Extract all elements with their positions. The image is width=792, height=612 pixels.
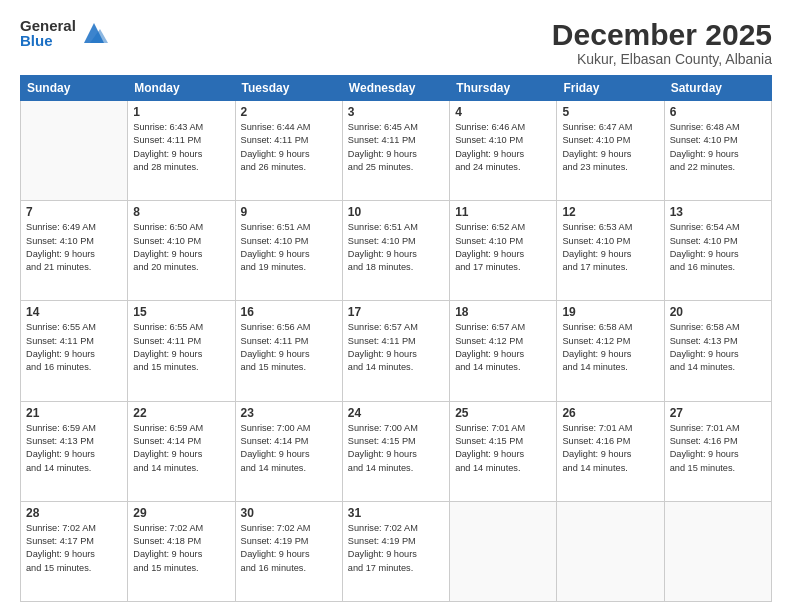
day-number: 5 xyxy=(562,105,658,119)
logo-blue: Blue xyxy=(20,33,76,48)
day-cell: 27Sunrise: 7:01 AM Sunset: 4:16 PM Dayli… xyxy=(664,401,771,501)
day-info: Sunrise: 7:01 AM Sunset: 4:16 PM Dayligh… xyxy=(670,422,766,475)
day-info: Sunrise: 7:02 AM Sunset: 4:17 PM Dayligh… xyxy=(26,522,122,575)
day-info: Sunrise: 7:01 AM Sunset: 4:16 PM Dayligh… xyxy=(562,422,658,475)
day-info: Sunrise: 6:43 AM Sunset: 4:11 PM Dayligh… xyxy=(133,121,229,174)
day-number: 31 xyxy=(348,506,444,520)
day-cell: 12Sunrise: 6:53 AM Sunset: 4:10 PM Dayli… xyxy=(557,201,664,301)
day-info: Sunrise: 6:44 AM Sunset: 4:11 PM Dayligh… xyxy=(241,121,337,174)
day-cell: 30Sunrise: 7:02 AM Sunset: 4:19 PM Dayli… xyxy=(235,501,342,601)
day-info: Sunrise: 6:51 AM Sunset: 4:10 PM Dayligh… xyxy=(348,221,444,274)
day-cell: 28Sunrise: 7:02 AM Sunset: 4:17 PM Dayli… xyxy=(21,501,128,601)
day-info: Sunrise: 7:02 AM Sunset: 4:18 PM Dayligh… xyxy=(133,522,229,575)
col-header-saturday: Saturday xyxy=(664,76,771,101)
day-number: 22 xyxy=(133,406,229,420)
day-number: 14 xyxy=(26,305,122,319)
day-info: Sunrise: 6:50 AM Sunset: 4:10 PM Dayligh… xyxy=(133,221,229,274)
col-header-monday: Monday xyxy=(128,76,235,101)
day-cell: 1Sunrise: 6:43 AM Sunset: 4:11 PM Daylig… xyxy=(128,101,235,201)
day-number: 25 xyxy=(455,406,551,420)
day-info: Sunrise: 6:59 AM Sunset: 4:13 PM Dayligh… xyxy=(26,422,122,475)
col-header-sunday: Sunday xyxy=(21,76,128,101)
col-header-friday: Friday xyxy=(557,76,664,101)
day-cell: 24Sunrise: 7:00 AM Sunset: 4:15 PM Dayli… xyxy=(342,401,449,501)
day-cell: 18Sunrise: 6:57 AM Sunset: 4:12 PM Dayli… xyxy=(450,301,557,401)
day-cell xyxy=(664,501,771,601)
logo: General Blue xyxy=(20,18,108,48)
day-cell: 29Sunrise: 7:02 AM Sunset: 4:18 PM Dayli… xyxy=(128,501,235,601)
day-info: Sunrise: 6:55 AM Sunset: 4:11 PM Dayligh… xyxy=(133,321,229,374)
day-cell: 3Sunrise: 6:45 AM Sunset: 4:11 PM Daylig… xyxy=(342,101,449,201)
day-info: Sunrise: 6:57 AM Sunset: 4:11 PM Dayligh… xyxy=(348,321,444,374)
day-number: 1 xyxy=(133,105,229,119)
day-number: 16 xyxy=(241,305,337,319)
day-number: 21 xyxy=(26,406,122,420)
page: General Blue December 2025 Kukur, Elbasa… xyxy=(0,0,792,612)
day-number: 9 xyxy=(241,205,337,219)
day-cell: 5Sunrise: 6:47 AM Sunset: 4:10 PM Daylig… xyxy=(557,101,664,201)
day-info: Sunrise: 7:00 AM Sunset: 4:14 PM Dayligh… xyxy=(241,422,337,475)
location-title: Kukur, Elbasan County, Albania xyxy=(552,51,772,67)
day-info: Sunrise: 6:54 AM Sunset: 4:10 PM Dayligh… xyxy=(670,221,766,274)
day-cell: 16Sunrise: 6:56 AM Sunset: 4:11 PM Dayli… xyxy=(235,301,342,401)
day-number: 23 xyxy=(241,406,337,420)
day-number: 17 xyxy=(348,305,444,319)
day-info: Sunrise: 7:00 AM Sunset: 4:15 PM Dayligh… xyxy=(348,422,444,475)
day-cell: 2Sunrise: 6:44 AM Sunset: 4:11 PM Daylig… xyxy=(235,101,342,201)
day-info: Sunrise: 6:51 AM Sunset: 4:10 PM Dayligh… xyxy=(241,221,337,274)
day-cell: 14Sunrise: 6:55 AM Sunset: 4:11 PM Dayli… xyxy=(21,301,128,401)
day-info: Sunrise: 6:45 AM Sunset: 4:11 PM Dayligh… xyxy=(348,121,444,174)
day-cell: 17Sunrise: 6:57 AM Sunset: 4:11 PM Dayli… xyxy=(342,301,449,401)
day-cell xyxy=(557,501,664,601)
day-info: Sunrise: 7:01 AM Sunset: 4:15 PM Dayligh… xyxy=(455,422,551,475)
day-number: 15 xyxy=(133,305,229,319)
day-number: 29 xyxy=(133,506,229,520)
day-info: Sunrise: 6:58 AM Sunset: 4:13 PM Dayligh… xyxy=(670,321,766,374)
day-number: 4 xyxy=(455,105,551,119)
day-info: Sunrise: 6:53 AM Sunset: 4:10 PM Dayligh… xyxy=(562,221,658,274)
day-number: 20 xyxy=(670,305,766,319)
day-cell: 23Sunrise: 7:00 AM Sunset: 4:14 PM Dayli… xyxy=(235,401,342,501)
header-row: SundayMondayTuesdayWednesdayThursdayFrid… xyxy=(21,76,772,101)
col-header-wednesday: Wednesday xyxy=(342,76,449,101)
day-info: Sunrise: 7:02 AM Sunset: 4:19 PM Dayligh… xyxy=(348,522,444,575)
day-info: Sunrise: 6:46 AM Sunset: 4:10 PM Dayligh… xyxy=(455,121,551,174)
day-number: 19 xyxy=(562,305,658,319)
day-number: 28 xyxy=(26,506,122,520)
day-cell: 4Sunrise: 6:46 AM Sunset: 4:10 PM Daylig… xyxy=(450,101,557,201)
day-info: Sunrise: 6:57 AM Sunset: 4:12 PM Dayligh… xyxy=(455,321,551,374)
day-info: Sunrise: 6:58 AM Sunset: 4:12 PM Dayligh… xyxy=(562,321,658,374)
day-number: 30 xyxy=(241,506,337,520)
day-info: Sunrise: 6:52 AM Sunset: 4:10 PM Dayligh… xyxy=(455,221,551,274)
day-cell xyxy=(21,101,128,201)
day-number: 7 xyxy=(26,205,122,219)
day-number: 6 xyxy=(670,105,766,119)
week-row-5: 28Sunrise: 7:02 AM Sunset: 4:17 PM Dayli… xyxy=(21,501,772,601)
day-cell: 9Sunrise: 6:51 AM Sunset: 4:10 PM Daylig… xyxy=(235,201,342,301)
col-header-thursday: Thursday xyxy=(450,76,557,101)
day-cell: 20Sunrise: 6:58 AM Sunset: 4:13 PM Dayli… xyxy=(664,301,771,401)
day-cell xyxy=(450,501,557,601)
day-number: 8 xyxy=(133,205,229,219)
day-cell: 21Sunrise: 6:59 AM Sunset: 4:13 PM Dayli… xyxy=(21,401,128,501)
day-cell: 15Sunrise: 6:55 AM Sunset: 4:11 PM Dayli… xyxy=(128,301,235,401)
day-cell: 6Sunrise: 6:48 AM Sunset: 4:10 PM Daylig… xyxy=(664,101,771,201)
day-cell: 11Sunrise: 6:52 AM Sunset: 4:10 PM Dayli… xyxy=(450,201,557,301)
day-info: Sunrise: 6:47 AM Sunset: 4:10 PM Dayligh… xyxy=(562,121,658,174)
logo-icon xyxy=(80,19,108,47)
month-title: December 2025 xyxy=(552,18,772,51)
day-cell: 10Sunrise: 6:51 AM Sunset: 4:10 PM Dayli… xyxy=(342,201,449,301)
day-number: 10 xyxy=(348,205,444,219)
day-info: Sunrise: 7:02 AM Sunset: 4:19 PM Dayligh… xyxy=(241,522,337,575)
day-info: Sunrise: 6:55 AM Sunset: 4:11 PM Dayligh… xyxy=(26,321,122,374)
day-cell: 31Sunrise: 7:02 AM Sunset: 4:19 PM Dayli… xyxy=(342,501,449,601)
day-cell: 25Sunrise: 7:01 AM Sunset: 4:15 PM Dayli… xyxy=(450,401,557,501)
logo-general: General xyxy=(20,18,76,33)
col-header-tuesday: Tuesday xyxy=(235,76,342,101)
day-cell: 19Sunrise: 6:58 AM Sunset: 4:12 PM Dayli… xyxy=(557,301,664,401)
day-info: Sunrise: 6:59 AM Sunset: 4:14 PM Dayligh… xyxy=(133,422,229,475)
day-info: Sunrise: 6:49 AM Sunset: 4:10 PM Dayligh… xyxy=(26,221,122,274)
day-info: Sunrise: 6:56 AM Sunset: 4:11 PM Dayligh… xyxy=(241,321,337,374)
day-info: Sunrise: 6:48 AM Sunset: 4:10 PM Dayligh… xyxy=(670,121,766,174)
day-number: 24 xyxy=(348,406,444,420)
